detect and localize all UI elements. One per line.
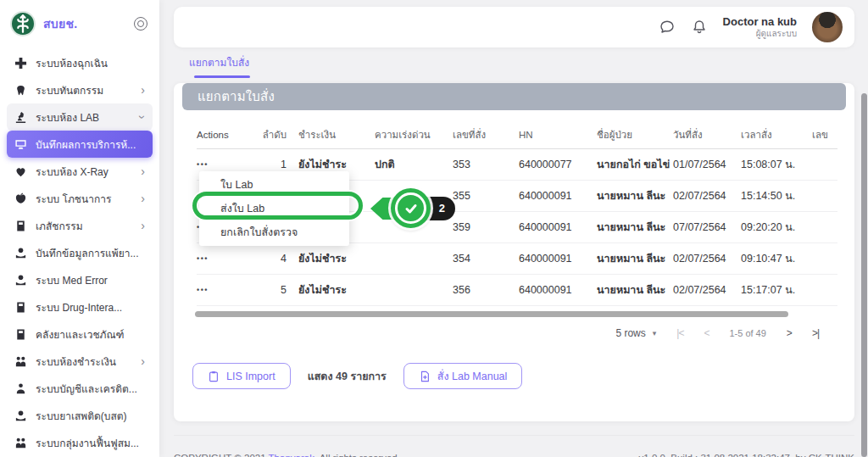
hand-pill-icon [14,274,27,287]
sidebar-item-label: คลังยาและเวชภัณฑ์ [36,326,125,343]
first-page-button[interactable]: |< [676,327,683,339]
cell-payment: ยังไม่ชำระ [298,250,375,267]
sidebar-item-label: ระบบ โภชนาการ [36,191,111,207]
table-header-row: Actions ลำดับ ชำระเงิน ความเร่งด่วน เลขท… [197,120,837,149]
top-header-bar: Doctor na kub ผู้ดูแลระบบ [174,7,854,47]
sidebar-item-label: ระบบห้อง X-Ray [36,164,108,180]
sidebar-item-label: ระบบห้องฉุกเฉิน [36,55,108,71]
cell-hn: 640000091 [519,253,597,265]
sidebar-item-label: ระบบ Med Error [36,272,108,288]
sidebar-item-label: บันทึกข้อมูลการแพ้ยา... [36,245,139,261]
col-patient: ชื่อผู้ป่วย [597,127,673,142]
actions-bar: LIS Import แสดง 49 รายการ สั่ง Lab Manua… [174,339,854,389]
lab-manual-button[interactable]: สั่ง Lab Manual [403,363,523,389]
chevron-right-icon: › [141,84,145,96]
cell-seq: 5 [261,284,298,296]
sidebar-item-label: ระบบทันตกรรม [36,82,103,98]
sidebar-item-pharmacy[interactable]: เภสัชกรรม › [7,212,153,239]
copyright-suffix: , All rights reserved [314,453,398,457]
cell-payment: ยังไม่ชำระ [298,281,375,298]
sidebar-nav: ระบบห้องฉุกเฉิน ระบบทันตกรรม › ระบบห้อง … [0,47,159,456]
sidebar-item-label: บันทึกผลการบริการห้... [36,137,136,153]
row-actions-button[interactable]: ••• [197,160,261,169]
sidebar-item-med-error[interactable]: ระบบ Med Error [7,266,153,293]
sidebar-item-lab[interactable]: ระบบห้อง LAB › [7,103,153,131]
cell-order-time: 15:08:07 น. [741,156,812,173]
sidebar-item-drug-interaction[interactable]: ระบบ Drug-Intera... [7,293,153,320]
user-block[interactable]: Doctor na kub ผู้ดูแลระบบ [723,16,797,38]
caret-down-icon: ▾ [653,329,657,337]
tab-bar: แยกตามใบสั่ง [174,47,854,75]
sidebar-item-emergency[interactable]: ระบบห้องฉุกเฉิน [7,49,153,76]
panel-title: แยกตามใบสั่ง [182,83,846,110]
sidebar-item-narcotics[interactable]: ระบบยาเสพติด(บสต) [7,402,153,429]
cell-patient: นายหมาน ลีนะ [597,187,673,204]
rows-per-page-select[interactable]: 5 rows ▾ [615,327,656,339]
cross-icon [14,57,27,70]
col-seq: ลำดับ [261,127,298,142]
pagination: 5 rows ▾ |< < 1-5 of 49 > >| [174,317,854,339]
bell-icon[interactable] [691,19,708,36]
cell-hn: 640000091 [519,284,597,296]
copyright-link[interactable]: Thanyarak [269,453,314,457]
lis-import-label: LIS Import [226,371,275,382]
sidebar-collapse-icon[interactable] [134,17,147,31]
sidebar-item-accounting[interactable]: ระบบบัญชีและเครดิต... [7,375,153,402]
sidebar-item-cashier[interactable]: ระบบห้องชำระเงิน › [7,348,153,375]
page-range-label: 1-5 of 49 [729,328,765,338]
table-horizontal-scrollbar[interactable] [195,311,788,317]
lab-manual-label: สั่ง Lab Manual [437,368,508,385]
cell-order-date: 01/07/2564 [673,159,741,170]
nutrition-icon [14,192,27,205]
cell-order-time: 09:10:47 น. [741,250,812,267]
app-logo-icon [10,11,36,36]
cell-order-no: 359 [453,221,519,233]
sidebar-item-label: ระบบบัญชีและเครดิต... [36,381,137,397]
table-row: ••• 4 ยังไม่ชำระ 354 640000091 นายหมาน ล… [197,243,837,275]
copyright-prefix: COPYRIGHT © 2021 [174,453,269,457]
avatar[interactable] [812,12,843,42]
tab-by-order[interactable]: แยกตามใบสั่ง [186,54,253,75]
cell-hn: 640000091 [519,221,597,233]
hand-pill-icon [14,247,27,259]
cell-patient: นายหมาน ลีนะ [597,219,673,236]
page-scrollbar[interactable] [861,93,867,457]
sidebar-item-dental[interactable]: ระบบทันตกรรม › [7,76,153,103]
prev-page-button[interactable]: < [704,327,709,339]
cell-patient: นายหมาน ลีนะ [597,250,673,267]
cell-patient: นายกอไก่ ขอไข่ [597,156,673,173]
record-count-label: แสดง 49 รายการ [308,368,387,385]
app-window: สบยช. ระบบห้องฉุกเฉิน ระบบทันตกรรม › ระบ… [0,0,868,457]
sidebar-item-rehab[interactable]: ระบบกลุ่มงานฟื้นฟูสม... [7,429,153,456]
last-page-button[interactable]: >| [812,327,819,339]
cell-order-date: 02/07/2564 [673,253,741,265]
col-actions: Actions [197,130,261,140]
next-page-button[interactable]: > [787,327,792,339]
sidebar-item-label: ระบบยาเสพติด(บสต) [36,408,127,424]
content-card: แยกตามใบสั่ง Actions ลำดับ ชำระเงิน ความ… [174,83,854,421]
sidebar-item-label: เภสัชกรรม [36,218,83,234]
chevron-right-icon: › [141,192,145,204]
sidebar-item-label: ระบบกลุ่มงานฟื้นฟูสม... [36,435,139,451]
rows-per-page-value: 5 rows [615,327,645,339]
cell-urgency: ปกติ [375,156,453,173]
chat-icon[interactable] [659,19,676,36]
sidebar-item-drug-stock[interactable]: คลังยาและเวชภัณฑ์ [7,320,153,348]
sidebar-item-drug-allergy[interactable]: บันทึกข้อมูลการแพ้ยา... [7,239,153,266]
sidebar-item-lab-results[interactable]: บันทึกผลการบริการห้... [7,131,153,158]
sidebar-item-nutrition[interactable]: ระบบ โภชนาการ › [7,185,153,212]
row-actions-button[interactable]: ••• [197,286,261,294]
cell-seq: 4 [261,253,298,265]
lis-import-button[interactable]: LIS Import [192,363,291,389]
col-urgency: ความเร่งด่วน [375,127,453,142]
monitor-icon [14,138,27,151]
col-order-time: เวลาสั่ง [741,127,812,142]
cell-patient: นายหมาน ลีนะ [597,281,673,298]
menu-item-cancel-order[interactable]: ยกเลิกใบสั่งตรวจ [199,220,349,244]
clipboard-icon [208,371,220,382]
build-version-text: v1.0.0. Build : 31.08.2021 18:32:47. by … [639,453,854,457]
sidebar-item-xray[interactable]: ระบบห้อง X-Ray › [7,158,153,185]
heart-icon [14,165,27,178]
row-actions-button[interactable]: ••• [197,254,261,263]
cell-order-time: 09:20:20 น. [741,219,812,236]
